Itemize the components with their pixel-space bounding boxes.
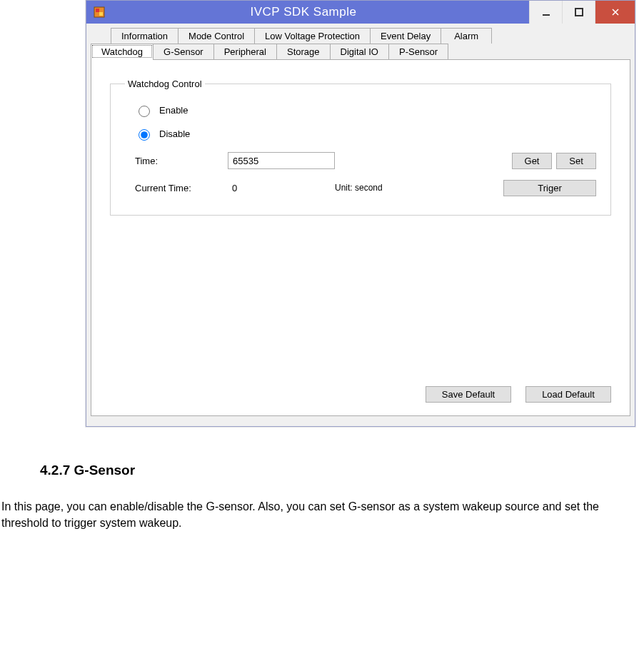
unit-label: Unit: second bbox=[335, 183, 428, 193]
disable-label: Disable bbox=[159, 128, 190, 139]
client-area: Information Mode Control Low Voltage Pro… bbox=[86, 24, 635, 426]
doc-heading: 4.2.7 G-Sensor bbox=[40, 463, 644, 478]
window-title: IVCP SDK Sample bbox=[106, 5, 500, 19]
tabstrip: Information Mode Control Low Voltage Pro… bbox=[91, 28, 630, 59]
load-default-button[interactable]: Load Default bbox=[525, 386, 611, 403]
save-default-button[interactable]: Save Default bbox=[426, 386, 511, 403]
tab-p-sensor[interactable]: P-Sensor bbox=[388, 44, 448, 59]
minimize-button[interactable] bbox=[529, 1, 562, 24]
svg-rect-2 bbox=[99, 12, 103, 16]
svg-rect-4 bbox=[575, 9, 583, 16]
disable-radio[interactable] bbox=[139, 129, 150, 141]
current-time-row: Current Time: 0 Unit: second Triger bbox=[135, 178, 596, 198]
time-label: Time: bbox=[135, 156, 228, 166]
set-button[interactable]: Set bbox=[556, 153, 596, 169]
tab-low-voltage-protection[interactable]: Low Voltage Protection bbox=[254, 28, 371, 44]
app-window: IVCP SDK Sample Information bbox=[86, 0, 635, 427]
tab-panel: Watchdog Control Enable Disable Time: bbox=[91, 59, 630, 416]
svg-rect-1 bbox=[96, 9, 99, 12]
tab-watchdog[interactable]: Watchdog bbox=[91, 44, 154, 59]
enable-radio-row: Enable bbox=[135, 104, 596, 117]
tab-peripheral[interactable]: Peripheral bbox=[213, 44, 277, 59]
tab-information[interactable]: Information bbox=[111, 28, 178, 44]
time-input[interactable] bbox=[228, 152, 335, 169]
current-time-label: Current Time: bbox=[135, 183, 228, 193]
group-title: Watchdog Control bbox=[125, 79, 205, 89]
tab-digital-io[interactable]: Digital IO bbox=[330, 44, 389, 59]
close-button[interactable] bbox=[595, 1, 635, 24]
watchdog-control-group: Watchdog Control Enable Disable Time: bbox=[110, 79, 611, 216]
svg-rect-3 bbox=[543, 14, 550, 16]
window-buttons bbox=[529, 1, 635, 24]
trigger-button[interactable]: Triger bbox=[503, 180, 596, 196]
footer-buttons: Save Default Load Default bbox=[421, 386, 611, 403]
tab-event-delay[interactable]: Event Delay bbox=[370, 28, 441, 44]
titlebar: IVCP SDK Sample bbox=[86, 1, 635, 24]
tab-alarm[interactable]: Alarm bbox=[441, 28, 492, 44]
get-button[interactable]: Get bbox=[512, 153, 552, 169]
app-icon bbox=[92, 5, 106, 19]
enable-radio[interactable] bbox=[139, 106, 150, 117]
current-time-value: 0 bbox=[228, 183, 335, 193]
time-row: Time: Get Set bbox=[135, 151, 596, 171]
tab-mode-control[interactable]: Mode Control bbox=[178, 28, 255, 44]
doc-body: In this page, you can enable/disable the… bbox=[1, 498, 643, 531]
disable-radio-row: Disable bbox=[135, 127, 596, 141]
maximize-button[interactable] bbox=[562, 1, 595, 24]
enable-label: Enable bbox=[159, 105, 188, 116]
tab-storage[interactable]: Storage bbox=[276, 44, 331, 59]
tab-g-sensor[interactable]: G-Sensor bbox=[153, 44, 214, 59]
